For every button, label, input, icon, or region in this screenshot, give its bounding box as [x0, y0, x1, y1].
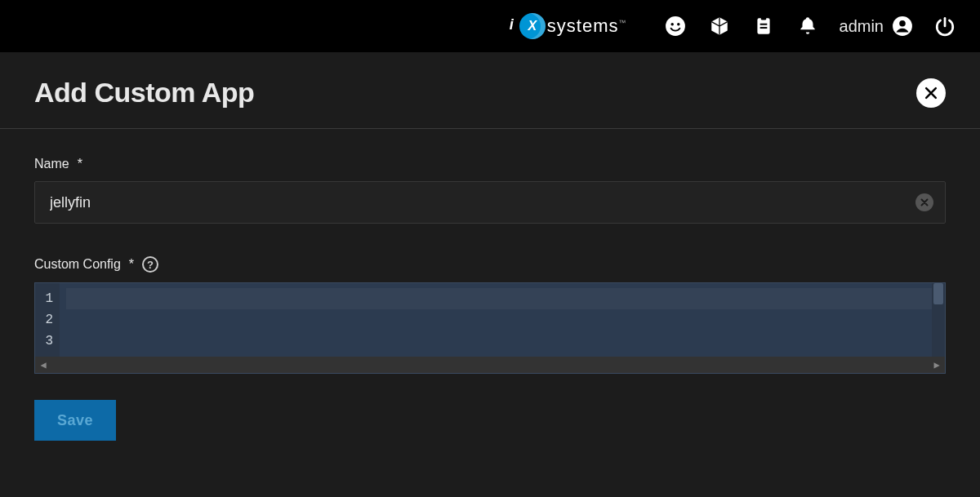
required-star: * — [129, 257, 134, 272]
user-label: admin — [840, 17, 884, 36]
line-number: 1 — [35, 288, 53, 309]
alerts-button[interactable] — [795, 14, 820, 38]
save-button[interactable]: Save — [34, 400, 116, 441]
avatar-icon — [892, 16, 913, 37]
name-field-wrapper — [34, 181, 946, 224]
jobs-button[interactable] — [751, 14, 776, 38]
code-area[interactable] — [60, 283, 945, 357]
scroll-right-icon[interactable]: ▶ — [929, 357, 945, 373]
add-custom-app-panel: Add Custom App Name * Custom Config * — [0, 52, 980, 497]
logo-mark-icon: X — [519, 13, 546, 39]
svg-point-1 — [670, 23, 673, 25]
code-line[interactable] — [66, 331, 938, 352]
scroll-left-icon[interactable]: ◀ — [35, 357, 51, 373]
name-input[interactable] — [48, 193, 906, 212]
clear-name-button[interactable] — [915, 193, 933, 211]
cube-icon — [709, 16, 730, 37]
required-star: * — [78, 157, 82, 171]
page-title: Add Custom App — [34, 77, 254, 109]
feedback-button[interactable] — [663, 14, 688, 38]
topbar: X systems™ admin — [0, 0, 980, 52]
close-button[interactable] — [916, 78, 946, 108]
line-number: 2 — [35, 309, 53, 331]
code-line[interactable] — [66, 288, 938, 309]
svg-rect-5 — [760, 24, 767, 25]
svg-rect-4 — [760, 16, 766, 20]
clipboard-icon — [753, 16, 774, 37]
code-line[interactable] — [66, 309, 938, 331]
truecommand-button[interactable] — [707, 14, 732, 38]
close-icon — [923, 85, 939, 101]
svg-rect-6 — [760, 27, 767, 29]
clear-icon — [920, 197, 929, 207]
panel-header: Add Custom App — [0, 52, 980, 129]
config-label: Custom Config * ? — [34, 256, 946, 273]
line-gutter: 1 2 3 — [35, 283, 60, 357]
svg-rect-3 — [757, 18, 769, 34]
vertical-scrollbar[interactable] — [932, 283, 945, 357]
name-label: Name * — [34, 157, 946, 171]
help-icon[interactable]: ? — [142, 256, 158, 273]
line-number: 3 — [35, 331, 53, 352]
config-editor[interactable]: 1 2 3 ◀ ▶ — [34, 282, 946, 374]
logo-text: systems™ — [547, 16, 627, 37]
horizontal-scrollbar[interactable]: ◀ ▶ — [35, 357, 945, 373]
svg-point-8 — [899, 20, 906, 27]
power-icon — [934, 16, 956, 37]
face-icon — [665, 16, 686, 37]
svg-point-0 — [666, 16, 685, 36]
user-menu[interactable]: admin — [840, 16, 913, 37]
power-button[interactable] — [933, 14, 957, 38]
panel-body: Name * Custom Config * ? 1 2 3 — [0, 129, 980, 441]
svg-point-2 — [677, 23, 679, 25]
scroll-thumb[interactable] — [933, 283, 943, 304]
bell-icon — [797, 16, 818, 37]
ixsystems-logo[interactable]: X systems™ — [519, 13, 627, 39]
